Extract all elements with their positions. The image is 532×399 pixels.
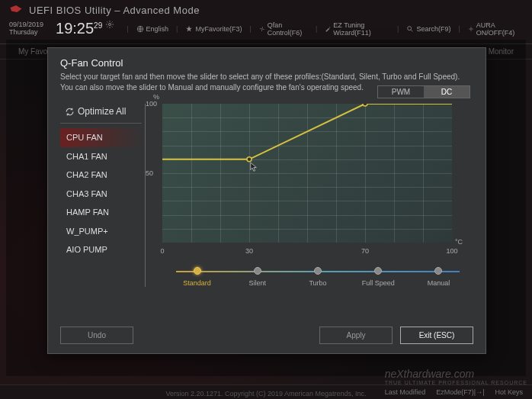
profile-dot [374,267,382,275]
profile-dot [314,267,322,275]
fan-list: Optimize All CPU FAN CHA1 FAN CHA2 FAN C… [60,104,146,287]
aura-button[interactable]: AURA ON/OFF(F4) [468,21,523,37]
profile-slider[interactable]: Standard Silent Turbo Full Speed Manual [162,267,473,287]
fan-icon [259,25,265,33]
svg-point-7 [363,104,367,106]
apply-button[interactable]: Apply [319,327,393,344]
myfavorite-button[interactable]: MyFavorite(F3) [185,25,242,33]
xtick-70: 70 [361,247,369,255]
clock: 19:2529 [56,20,114,37]
fan-item-cha3[interactable]: CHA3 FAN [60,185,142,204]
qfan-dialog: Q-Fan Control Select your target fan and… [47,47,486,354]
mode-toggle: PWM DC [377,85,470,98]
chart-area: PWM DC % °C 100 50 0 30 70 100 Standard [146,104,473,287]
wizard-icon [325,25,331,33]
fan-item-cha2[interactable]: CHA2 FAN [60,166,142,185]
version-text: Version 2.20.1271. Copyright (C) 2019 Am… [0,390,532,397]
fan-item-hamp[interactable]: HAMP FAN [60,203,142,222]
xtick-0: 0 [160,247,164,255]
svg-point-3 [408,26,412,30]
qfan-button[interactable]: Qfan Control(F6) [259,21,308,37]
search-icon [406,25,414,33]
xtick-100: 100 [446,247,457,255]
globe-icon [136,25,144,33]
dialog-title: Q-Fan Control [60,57,473,69]
cursor-icon [249,162,260,172]
profile-dot [194,267,201,275]
mode-dc[interactable]: DC [424,86,470,98]
gear-icon[interactable] [105,20,114,29]
eztuning-button[interactable]: EZ Tuning Wizard(F11) [325,21,389,37]
profile-standard[interactable]: Standard [167,267,227,287]
day: Thursday [9,29,43,37]
ytick-50: 50 [146,169,153,177]
undo-button[interactable]: Undo [60,327,133,344]
header: UEFI BIOS Utility – Advanced Mode 09/19/… [0,0,532,44]
fan-item-wpump[interactable]: W_PUMP+ [60,222,142,241]
mode-pwm[interactable]: PWM [378,86,424,98]
star-icon [185,25,193,33]
optimize-all-button[interactable]: Optimize All [60,104,142,124]
date-block: 09/19/2019 Thursday [9,21,43,37]
profile-silent[interactable]: Silent [227,267,287,287]
fan-item-aio[interactable]: AIO PUMP [60,240,142,259]
svg-point-2 [261,28,262,29]
refresh-icon [65,107,75,117]
aura-icon [468,25,474,33]
profile-dot [434,267,442,275]
profile-turbo[interactable]: Turbo [287,267,348,287]
svg-point-4 [470,27,472,30]
app-title: UEFI BIOS Utility – Advanced Mode [29,5,200,16]
language-selector[interactable]: English [136,25,169,33]
exit-button[interactable]: Exit (ESC) [400,327,473,344]
fan-item-cha1[interactable]: CHA1 FAN [60,147,142,166]
ytick-100: 100 [146,100,157,108]
x-axis-unit: °C [455,238,463,246]
svg-point-6 [247,157,252,162]
profile-fullspeed[interactable]: Full Speed [348,267,409,287]
profile-dot [254,267,261,275]
xtick-30: 30 [245,247,253,255]
profile-manual[interactable]: Manual [409,267,469,287]
svg-point-0 [109,24,111,26]
dialog-buttons: Undo Apply Exit (ESC) [60,327,473,344]
fan-curve-plot[interactable]: % °C 100 50 0 30 70 100 [162,104,452,243]
rog-logo-icon [9,3,23,17]
fan-item-cpu[interactable]: CPU FAN [60,128,142,147]
search-button[interactable]: Search(F9) [406,25,450,33]
